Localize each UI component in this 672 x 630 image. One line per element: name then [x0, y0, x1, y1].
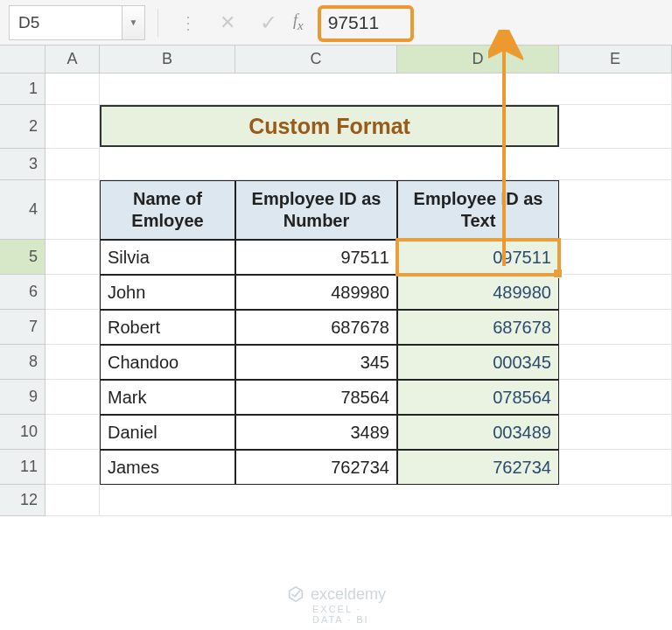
cell-name-8[interactable]: Chandoo — [100, 345, 235, 380]
cell-row12[interactable] — [100, 485, 672, 516]
formula-bar: D5 ▼ ⋮ ✕ ✓ fx 97511 — [0, 0, 672, 46]
cell-idnum-5[interactable]: 97511 — [235, 240, 397, 275]
cell-e4[interactable] — [559, 180, 672, 240]
row-header-8[interactable]: 8 — [0, 345, 46, 380]
row-header-5[interactable]: 5 — [0, 240, 46, 275]
row-header-11[interactable]: 11 — [0, 450, 46, 485]
header-id-number[interactable]: Employee ID as Number — [235, 180, 397, 240]
formula-bar-actions: ⋮ ✕ ✓ — [171, 10, 286, 35]
row-header-1[interactable]: 1 — [0, 74, 46, 105]
cell-a5[interactable] — [46, 240, 100, 275]
cell-idnum-8[interactable]: 345 — [235, 345, 397, 380]
name-box[interactable]: D5 — [9, 5, 122, 40]
cell-idnum-11[interactable]: 762734 — [235, 450, 397, 485]
row-header-7[interactable]: 7 — [0, 310, 46, 345]
cell-idtext-5[interactable]: 097511 — [397, 240, 559, 275]
name-box-value: D5 — [18, 13, 39, 32]
col-header-a[interactable]: A — [46, 46, 100, 74]
cell-idtext-10[interactable]: 003489 — [397, 415, 559, 450]
cell-a2[interactable] — [46, 105, 100, 149]
cell-idtext-6[interactable]: 489980 — [397, 275, 559, 310]
cell-e5[interactable] — [559, 240, 672, 275]
cell-a11[interactable] — [46, 450, 100, 485]
title-text: Custom Format — [248, 114, 410, 139]
divider — [158, 9, 158, 37]
logo-icon — [286, 584, 305, 604]
cell-idnum-10[interactable]: 3489 — [235, 415, 397, 450]
cancel-icon[interactable]: ✕ — [220, 11, 235, 34]
cell-a3[interactable] — [46, 149, 100, 180]
select-all-corner[interactable] — [0, 46, 46, 74]
cell-a10[interactable] — [46, 415, 100, 450]
cell-name-7[interactable]: Robert — [100, 310, 235, 345]
cell-row3[interactable] — [100, 149, 672, 180]
formula-value-wrap: 97511 — [319, 9, 388, 37]
cell-name-10[interactable]: Daniel — [100, 415, 235, 450]
cell-idtext-9[interactable]: 078564 — [397, 380, 559, 415]
cell-e11[interactable] — [559, 450, 672, 485]
cell-row1[interactable] — [100, 74, 672, 105]
cell-name-9[interactable]: Mark — [100, 380, 235, 415]
header-id-text[interactable]: Employee ID as Text — [397, 180, 559, 240]
row-header-9[interactable]: 9 — [0, 380, 46, 415]
cell-idnum-6[interactable]: 489980 — [235, 275, 397, 310]
cell-e9[interactable] — [559, 380, 672, 415]
cell-name-5[interactable]: Silvia — [100, 240, 235, 275]
row-header-10[interactable]: 10 — [0, 415, 46, 450]
row-header-4[interactable]: 4 — [0, 180, 46, 240]
fx-icon[interactable]: fx — [293, 11, 304, 33]
cell-a12[interactable] — [46, 485, 100, 516]
chevron-down-icon: ▼ — [130, 18, 138, 27]
cell-a7[interactable] — [46, 310, 100, 345]
cell-idnum-7[interactable]: 687678 — [235, 310, 397, 345]
watermark-tag: EXCEL · DATA · BI — [312, 604, 386, 625]
watermark: exceldemy EXCEL · DATA · BI — [286, 584, 386, 604]
row-header-12[interactable]: 12 — [0, 485, 46, 516]
enter-icon[interactable]: ✓ — [260, 10, 277, 35]
cell-a6[interactable] — [46, 275, 100, 310]
formula-input[interactable]: 97511 — [319, 9, 388, 37]
cell-a1[interactable] — [46, 74, 100, 105]
cell-e6[interactable] — [559, 275, 672, 310]
cell-a8[interactable] — [46, 345, 100, 380]
name-box-dropdown[interactable]: ▼ — [122, 5, 145, 40]
col-header-c[interactable]: C — [235, 46, 397, 74]
cell-idtext-11[interactable]: 762734 — [397, 450, 559, 485]
watermark-brand: exceldemy — [311, 585, 386, 604]
col-header-d[interactable]: D — [397, 46, 559, 74]
title-cell[interactable]: Custom Format — [100, 105, 559, 147]
cell-e8[interactable] — [559, 345, 672, 380]
cell-e10[interactable] — [559, 415, 672, 450]
row-header-2[interactable]: 2 — [0, 105, 46, 149]
cell-e2[interactable] — [559, 105, 672, 149]
col-header-b[interactable]: B — [100, 46, 235, 74]
col-header-e[interactable]: E — [559, 46, 672, 74]
cell-idtext-7[interactable]: 687678 — [397, 310, 559, 345]
header-name[interactable]: Name of Emloyee — [100, 180, 235, 240]
cell-a4[interactable] — [46, 180, 100, 240]
cell-a9[interactable] — [46, 380, 100, 415]
cell-idnum-9[interactable]: 78564 — [235, 380, 397, 415]
cell-e7[interactable] — [559, 310, 672, 345]
row-header-3[interactable]: 3 — [0, 149, 46, 180]
cell-name-6[interactable]: John — [100, 275, 235, 310]
dots-icon: ⋮ — [179, 12, 195, 33]
cell-idtext-8[interactable]: 000345 — [397, 345, 559, 380]
cell-name-11[interactable]: James — [100, 450, 235, 485]
row-header-6[interactable]: 6 — [0, 275, 46, 310]
